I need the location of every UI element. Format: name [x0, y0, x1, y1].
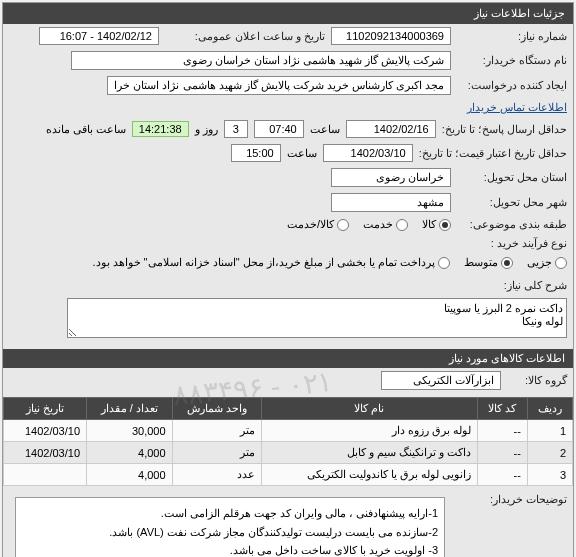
table-cell: -- — [477, 464, 527, 486]
field-city: مشهد — [331, 193, 451, 212]
field-price-date: 1402/03/10 — [323, 144, 413, 162]
table-header: واحد شمارش — [172, 398, 261, 420]
label-pub-datetime: تاریخ و ساعت اعلان عمومی: — [165, 30, 325, 43]
table-row: 1--لوله برق رزوه دارمتر30,0001402/03/10 — [4, 420, 573, 442]
radio-kala-label: کالا — [422, 218, 436, 231]
table-cell: داکت و ترانکینگ سیم و کابل — [261, 442, 477, 464]
field-days-remain: 3 — [224, 120, 248, 138]
table-row: 3--زانویی لوله برق یا کاندولیت الکتریکیع… — [4, 464, 573, 486]
field-need-no: 1102092134000369 — [331, 27, 451, 45]
field-buyer-name: شرکت پالایش گاز شهید هاشمی نژاد استان خر… — [71, 51, 451, 70]
table-cell: زانویی لوله برق یا کاندولیت الکتریکی — [261, 464, 477, 486]
description-textarea[interactable] — [67, 298, 567, 338]
radio-treasury-label: پرداخت تمام یا بخشی از مبلغ خرید،از محل … — [92, 256, 435, 269]
category-radio-group: کالا خدمت کالا/خدمت — [287, 218, 451, 231]
label-state: استان محل تحویل: — [457, 171, 567, 184]
items-table: ردیفکد کالانام کالاواحد شمارشتعداد / مقد… — [3, 397, 573, 486]
field-state: خراسان رضوی — [331, 168, 451, 187]
radio-medium[interactable] — [501, 257, 513, 269]
radio-medium-label: متوسط — [464, 256, 498, 269]
table-cell: عدد — [172, 464, 261, 486]
label-description: شرح کلی نیاز: — [457, 279, 567, 292]
label-buyer-notes: توضیحات خریدار: — [457, 493, 567, 506]
note-line: 2-سازنده می بایست درلیست تولیدکنندگان مج… — [22, 523, 438, 542]
field-requester: مجد اکبری کارشناس خرید شرکت پالایش گاز ش… — [107, 76, 451, 95]
label-price-validity: حداقل تاریخ اعتبار قیمت؛ تا تاریخ: — [419, 147, 567, 160]
label-requester: ایجاد کننده درخواست: — [457, 79, 567, 92]
field-pub-datetime: 1402/02/12 - 16:07 — [39, 27, 159, 45]
table-header: ردیف — [527, 398, 572, 420]
label-saat2: ساعت — [287, 147, 317, 160]
items-section-title: اطلاعات کالاهای مورد نیاز — [3, 349, 573, 368]
radio-mixed[interactable] — [337, 219, 349, 231]
radio-minor-label: جزیی — [527, 256, 552, 269]
label-category: طبقه بندی موضوعی: — [457, 218, 567, 231]
radio-treasury[interactable] — [438, 257, 450, 269]
table-header: تاریخ نیاز — [4, 398, 87, 420]
label-roozva: روز و — [195, 123, 218, 136]
table-cell: 3 — [527, 464, 572, 486]
countdown: 14:21:38 — [132, 121, 189, 137]
label-need-no: شماره نیاز: — [457, 30, 567, 43]
note-line: 1-ارایه پیشنهادفنی ، مالی وایران کد جهت … — [22, 504, 438, 523]
note-line: 3- اولویت خرید با کالای ساخت داخل می باش… — [22, 541, 438, 557]
field-deadline-time: 07:40 — [254, 120, 304, 138]
table-cell: 4,000 — [87, 464, 173, 486]
label-purchase-type: نوع فرآیند خرید : — [457, 237, 567, 250]
table-cell — [4, 464, 87, 486]
table-cell: متر — [172, 420, 261, 442]
table-header: کد کالا — [477, 398, 527, 420]
radio-minor[interactable] — [555, 257, 567, 269]
table-row: 2--داکت و ترانکینگ سیم و کابلمتر4,000140… — [4, 442, 573, 464]
table-cell: 1402/03/10 — [4, 420, 87, 442]
label-deadline: حداقل ارسال پاسخ؛ تا تاریخ: — [442, 123, 567, 136]
table-cell: 1 — [527, 420, 572, 442]
label-buyer-name: نام دستگاه خریدار: — [457, 54, 567, 67]
table-header: نام کالا — [261, 398, 477, 420]
table-cell: 30,000 — [87, 420, 173, 442]
table-cell: 1402/03/10 — [4, 442, 87, 464]
radio-mixed-label: کالا/خدمت — [287, 218, 334, 231]
label-city: شهر محل تحویل: — [457, 196, 567, 209]
radio-kala[interactable] — [439, 219, 451, 231]
label-saat: ساعت — [310, 123, 340, 136]
field-deadline-date: 1402/02/16 — [346, 120, 436, 138]
table-cell: لوله برق رزوه دار — [261, 420, 477, 442]
field-price-time: 15:00 — [231, 144, 281, 162]
radio-khedmat-label: خدمت — [363, 218, 393, 231]
table-cell: -- — [477, 420, 527, 442]
table-cell: متر — [172, 442, 261, 464]
table-cell: -- — [477, 442, 527, 464]
radio-khedmat[interactable] — [396, 219, 408, 231]
purchase-radio-group: جزیی متوسط پرداخت تمام یا بخشی از مبلغ خ… — [92, 256, 567, 269]
contact-link[interactable]: اطلاعات تماس خریدار — [467, 101, 567, 114]
buyer-notes-box: 1-ارایه پیشنهادفنی ، مالی وایران کد جهت … — [15, 497, 445, 557]
table-cell: 2 — [527, 442, 572, 464]
label-group: گروه کالا: — [507, 374, 567, 387]
field-group: ابزارآلات الکتریکی — [381, 371, 501, 390]
label-remaining: ساعت باقی مانده — [46, 123, 126, 136]
panel-title: جزئیات اطلاعات نیاز — [3, 3, 573, 24]
table-header: تعداد / مقدار — [87, 398, 173, 420]
table-cell: 4,000 — [87, 442, 173, 464]
